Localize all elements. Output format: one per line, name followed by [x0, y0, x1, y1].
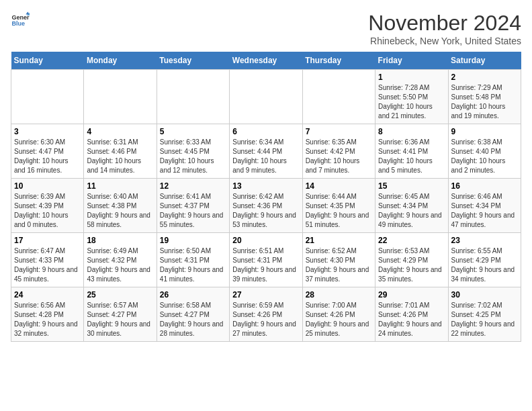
day-number: 21: [306, 236, 372, 245]
col-header-wednesday: Wednesday: [230, 52, 302, 70]
week-row-1: 1Sunrise: 7:28 AM Sunset: 5:50 PM Daylig…: [11, 70, 521, 124]
day-number: 15: [378, 181, 445, 191]
month-title: November 2024: [368, 11, 521, 36]
col-header-thursday: Thursday: [302, 52, 375, 70]
logo: General Blue: [11, 11, 30, 30]
day-number: 11: [87, 181, 153, 191]
header-row: SundayMondayTuesdayWednesdayThursdayFrid…: [11, 52, 521, 70]
day-info: Sunrise: 7:02 AM Sunset: 4:25 PM Dayligh…: [451, 301, 518, 338]
day-number: 29: [378, 290, 445, 300]
day-info: Sunrise: 6:44 AM Sunset: 4:35 PM Dayligh…: [306, 192, 372, 230]
day-cell: 10Sunrise: 6:39 AM Sunset: 4:39 PM Dayli…: [11, 179, 84, 233]
day-number: 19: [160, 236, 226, 245]
day-info: Sunrise: 7:01 AM Sunset: 4:26 PM Dayligh…: [378, 301, 445, 338]
day-cell: 19Sunrise: 6:50 AM Sunset: 4:31 PM Dayli…: [157, 233, 229, 287]
day-cell: [302, 70, 375, 124]
day-number: 1: [378, 73, 445, 82]
day-info: Sunrise: 6:36 AM Sunset: 4:41 PM Dayligh…: [378, 138, 445, 175]
day-number: 13: [232, 181, 299, 191]
day-cell: [157, 70, 229, 124]
day-cell: 16Sunrise: 6:46 AM Sunset: 4:34 PM Dayli…: [448, 179, 521, 233]
day-number: 16: [451, 181, 518, 191]
day-info: Sunrise: 6:40 AM Sunset: 4:38 PM Dayligh…: [87, 192, 153, 230]
col-header-tuesday: Tuesday: [157, 52, 229, 70]
day-cell: [84, 70, 157, 124]
day-info: Sunrise: 6:47 AM Sunset: 4:33 PM Dayligh…: [14, 246, 81, 284]
day-cell: 11Sunrise: 6:40 AM Sunset: 4:38 PM Dayli…: [84, 179, 157, 233]
day-number: 20: [232, 236, 299, 245]
week-row-5: 24Sunrise: 6:56 AM Sunset: 4:28 PM Dayli…: [11, 287, 521, 342]
day-number: 18: [87, 236, 153, 245]
day-info: Sunrise: 6:58 AM Sunset: 4:27 PM Dayligh…: [160, 301, 226, 338]
location-subtitle: Rhinebeck, New York, United States: [368, 36, 521, 46]
day-cell: 4Sunrise: 6:31 AM Sunset: 4:46 PM Daylig…: [84, 124, 157, 179]
logo-icon: General Blue: [11, 11, 30, 30]
day-info: Sunrise: 6:46 AM Sunset: 4:34 PM Dayligh…: [451, 192, 518, 230]
day-cell: 26Sunrise: 6:58 AM Sunset: 4:27 PM Dayli…: [157, 287, 229, 342]
week-row-3: 10Sunrise: 6:39 AM Sunset: 4:39 PM Dayli…: [11, 179, 521, 233]
day-info: Sunrise: 6:59 AM Sunset: 4:26 PM Dayligh…: [232, 301, 299, 338]
day-cell: 27Sunrise: 6:59 AM Sunset: 4:26 PM Dayli…: [230, 287, 302, 342]
day-cell: [11, 70, 84, 124]
day-number: 10: [14, 181, 81, 191]
day-cell: 7Sunrise: 6:35 AM Sunset: 4:42 PM Daylig…: [302, 124, 375, 179]
day-number: 12: [160, 181, 226, 191]
day-info: Sunrise: 6:33 AM Sunset: 4:45 PM Dayligh…: [160, 138, 226, 175]
day-info: Sunrise: 6:50 AM Sunset: 4:31 PM Dayligh…: [160, 246, 226, 284]
day-info: Sunrise: 6:42 AM Sunset: 4:36 PM Dayligh…: [232, 192, 299, 230]
day-cell: 8Sunrise: 6:36 AM Sunset: 4:41 PM Daylig…: [375, 124, 448, 179]
day-cell: 22Sunrise: 6:53 AM Sunset: 4:29 PM Dayli…: [375, 233, 448, 287]
col-header-sunday: Sunday: [11, 52, 84, 70]
title-block: November 2024 Rhinebeck, New York, Unite…: [368, 11, 521, 46]
day-cell: 25Sunrise: 6:57 AM Sunset: 4:27 PM Dayli…: [84, 287, 157, 342]
day-cell: 20Sunrise: 6:51 AM Sunset: 4:31 PM Dayli…: [230, 233, 302, 287]
day-info: Sunrise: 7:29 AM Sunset: 5:48 PM Dayligh…: [451, 83, 518, 121]
week-row-2: 3Sunrise: 6:30 AM Sunset: 4:47 PM Daylig…: [11, 124, 521, 179]
day-info: Sunrise: 6:41 AM Sunset: 4:37 PM Dayligh…: [160, 192, 226, 230]
day-cell: 6Sunrise: 6:34 AM Sunset: 4:44 PM Daylig…: [230, 124, 302, 179]
day-info: Sunrise: 6:45 AM Sunset: 4:34 PM Dayligh…: [378, 192, 445, 230]
day-info: Sunrise: 6:31 AM Sunset: 4:46 PM Dayligh…: [87, 138, 153, 175]
day-info: Sunrise: 6:34 AM Sunset: 4:44 PM Dayligh…: [232, 138, 299, 175]
day-cell: 23Sunrise: 6:55 AM Sunset: 4:29 PM Dayli…: [448, 233, 521, 287]
day-info: Sunrise: 6:57 AM Sunset: 4:27 PM Dayligh…: [87, 301, 153, 338]
day-number: 14: [306, 181, 372, 191]
day-cell: [230, 70, 302, 124]
day-cell: 5Sunrise: 6:33 AM Sunset: 4:45 PM Daylig…: [157, 124, 229, 179]
day-number: 3: [14, 127, 81, 136]
svg-text:General: General: [11, 14, 30, 21]
col-header-monday: Monday: [84, 52, 157, 70]
day-number: 6: [232, 127, 299, 136]
day-number: 25: [87, 290, 153, 300]
day-info: Sunrise: 6:39 AM Sunset: 4:39 PM Dayligh…: [14, 192, 81, 230]
page-header: General Blue November 2024 Rhinebeck, Ne…: [11, 11, 521, 46]
day-info: Sunrise: 6:55 AM Sunset: 4:29 PM Dayligh…: [451, 246, 518, 284]
day-number: 26: [160, 290, 226, 300]
week-row-4: 17Sunrise: 6:47 AM Sunset: 4:33 PM Dayli…: [11, 233, 521, 287]
day-number: 7: [306, 127, 372, 136]
day-cell: 14Sunrise: 6:44 AM Sunset: 4:35 PM Dayli…: [302, 179, 375, 233]
day-info: Sunrise: 6:38 AM Sunset: 4:40 PM Dayligh…: [451, 138, 518, 175]
day-info: Sunrise: 6:52 AM Sunset: 4:30 PM Dayligh…: [306, 246, 372, 284]
day-cell: 28Sunrise: 7:00 AM Sunset: 4:26 PM Dayli…: [302, 287, 375, 342]
day-number: 27: [232, 290, 299, 300]
day-number: 9: [451, 127, 518, 136]
day-cell: 24Sunrise: 6:56 AM Sunset: 4:28 PM Dayli…: [11, 287, 84, 342]
day-number: 8: [378, 127, 445, 136]
day-info: Sunrise: 7:28 AM Sunset: 5:50 PM Dayligh…: [378, 83, 445, 121]
day-cell: 30Sunrise: 7:02 AM Sunset: 4:25 PM Dayli…: [448, 287, 521, 342]
day-number: 4: [87, 127, 153, 136]
calendar-table: SundayMondayTuesdayWednesdayThursdayFrid…: [11, 52, 521, 342]
day-cell: 2Sunrise: 7:29 AM Sunset: 5:48 PM Daylig…: [448, 70, 521, 124]
svg-text:Blue: Blue: [11, 20, 25, 27]
day-info: Sunrise: 7:00 AM Sunset: 4:26 PM Dayligh…: [306, 301, 372, 338]
day-cell: 17Sunrise: 6:47 AM Sunset: 4:33 PM Dayli…: [11, 233, 84, 287]
day-cell: 9Sunrise: 6:38 AM Sunset: 4:40 PM Daylig…: [448, 124, 521, 179]
day-number: 5: [160, 127, 226, 136]
day-info: Sunrise: 6:35 AM Sunset: 4:42 PM Dayligh…: [306, 138, 372, 175]
day-cell: 18Sunrise: 6:49 AM Sunset: 4:32 PM Dayli…: [84, 233, 157, 287]
col-header-saturday: Saturday: [448, 52, 521, 70]
day-info: Sunrise: 6:49 AM Sunset: 4:32 PM Dayligh…: [87, 246, 153, 284]
day-number: 24: [14, 290, 81, 300]
day-info: Sunrise: 6:51 AM Sunset: 4:31 PM Dayligh…: [232, 246, 299, 284]
